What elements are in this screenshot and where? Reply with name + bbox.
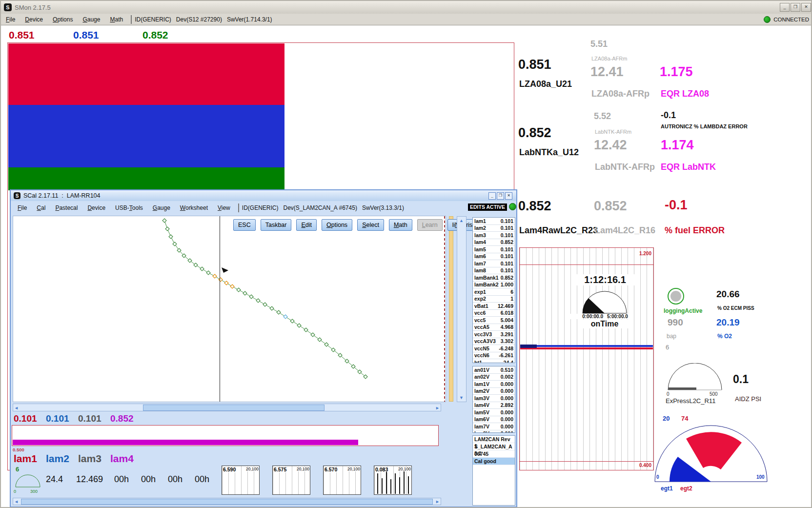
scal-bottom-scrollbar[interactable]: ◄ ► [13,498,441,505]
io-row[interactable]: lam4V2.892 [473,402,515,409]
watch-row[interactable]: exp21 [473,296,515,303]
menu-item-options[interactable]: Options [48,16,78,23]
scal-bottom-scrollbar-thumb[interactable] [21,499,433,505]
device-info-box[interactable]: LAM2CAN Rev 1S_LAM2CAN_A 3.106745Cal goo… [472,435,515,506]
scroll-up-icon[interactable]: ▲ [459,217,464,224]
scal-menu-item-pastecal[interactable]: Pastecal [50,204,82,211]
curve-point[interactable] [173,242,177,246]
curve-point[interactable] [318,338,322,342]
toolbar-button-select[interactable]: Select [357,219,384,231]
curve-point[interactable] [200,267,204,271]
scal-close-button[interactable]: ✕ [505,192,512,200]
watch-row[interactable]: lamBank21.000 [473,282,515,289]
io-row[interactable]: lam6V0.000 [473,416,515,424]
watch-row[interactable]: lam40.852 [473,239,515,246]
watch-row[interactable]: vccA3V33.302 [473,338,515,345]
curve-point[interactable] [165,227,169,231]
io-row[interactable]: lam1V0.000 [473,381,515,388]
scal-menu-item-cal[interactable]: Cal [32,204,50,211]
scal-menu-item-device[interactable]: Device [82,204,110,211]
graph-hscrollbar-thumb[interactable] [143,405,325,411]
menu-item-gauge[interactable]: Gauge [78,16,105,23]
io-row[interactable]: lam3V0.000 [473,395,515,402]
watch-row[interactable]: bt124.4 [473,359,515,363]
io-voltage-list[interactable]: an01V0.510an02V0.002lam1V0.000lam2V0.000… [472,366,515,433]
curve-point[interactable] [277,310,281,314]
watch-row[interactable]: lamBank10.852 [473,274,515,282]
menu-item-device[interactable]: Device [20,16,48,23]
curve-point[interactable] [243,291,247,295]
counter-value: 12.469 [76,474,114,485]
curve-point[interactable] [297,324,301,327]
menu-item-file[interactable]: File [1,16,20,23]
menu-item-math[interactable]: Math [105,16,128,23]
io-row[interactable]: lam5V0.000 [473,409,515,416]
watch-row[interactable]: lam60.101 [473,253,515,261]
io-row[interactable]: lam7V0.000 [473,423,515,430]
curve-point[interactable] [162,219,166,223]
toolbar-button-taskbar[interactable]: Taskbar [261,219,292,231]
watch-row[interactable]: vccN6-6.261 [473,352,515,360]
curve-point[interactable] [256,299,260,303]
info-row[interactable]: LAM2CAN Rev 1 [473,436,515,443]
watch-row[interactable]: vcc3V33.291 [473,331,515,338]
curve-point[interactable] [237,288,241,292]
curve-point[interactable] [224,281,228,285]
curve-point[interactable] [213,274,217,278]
io-row[interactable]: lam8V0.000 [473,430,515,433]
watch-row[interactable]: vcc66.018 [473,310,515,317]
info-row[interactable]: Cal good [473,458,515,465]
curve-point[interactable] [304,328,308,332]
graph-hscrollbar[interactable]: ◄ ► [13,404,441,411]
watch-row[interactable]: lam70.101 [473,260,515,267]
toolbar-button-options[interactable]: Options [322,219,352,231]
scroll-left-icon[interactable]: ◄ [14,498,19,505]
curve-point[interactable] [284,315,287,319]
io-row[interactable]: lam2V0.000 [473,388,515,395]
info-row[interactable]: 06745 [473,450,515,458]
curve-point[interactable] [290,319,294,323]
curve-point[interactable] [230,284,234,288]
watch-row[interactable]: lam50.101 [473,246,515,253]
io-row[interactable]: an01V0.510 [473,366,515,374]
watch-row[interactable]: lam10.101 [473,218,515,225]
curve-point[interactable] [249,295,253,299]
watch-row[interactable]: vccN5-6.248 [473,345,515,352]
io-row[interactable]: an02V0.002 [473,374,515,381]
watch-row[interactable]: lam30.101 [473,232,515,239]
curve-point[interactable] [194,263,198,267]
info-row[interactable]: S_LAM2CAN_A 3.1 [473,443,515,450]
scal-menu-item-usb-tools[interactable]: USB-Tools [110,204,148,211]
scroll-down-icon[interactable]: ▼ [459,394,464,401]
scal-minimize-button[interactable]: _ [488,192,496,200]
curve-point[interactable] [169,235,173,239]
watch-row[interactable]: lam20.101 [473,225,515,232]
scroll-left-icon[interactable]: ◄ [14,405,19,411]
minimize-button[interactable]: _ [780,3,790,12]
mini-gauge [15,473,41,489]
watch-row[interactable]: vccA54.968 [473,324,515,331]
scal-menu-item-worksheet[interactable]: Worksheet [175,204,213,211]
toolbar-button-math[interactable]: Math [389,219,412,231]
toolbar-button-esc[interactable]: ESC [233,219,256,231]
scal-menu-item-gauge[interactable]: Gauge [148,204,175,211]
maximize-button[interactable]: ❐ [791,3,800,12]
toolbar-button-edit[interactable]: Edit [296,219,317,231]
watch-row[interactable]: vcc55.004 [473,317,515,324]
scroll-right-icon[interactable]: ► [435,498,440,505]
curve-point[interactable] [311,333,315,337]
scal-maximize-button[interactable]: ❐ [497,192,504,200]
watch-row[interactable]: exp16 [473,288,515,296]
graph-vscrollbar[interactable]: ▲ ▼ [457,216,467,402]
watch-row[interactable]: vBat112.469 [473,303,515,310]
scal-menu-item-view[interactable]: View [213,204,235,211]
graph-cursor-line[interactable] [220,216,220,402]
curve-point[interactable] [206,271,210,275]
curve-point[interactable] [263,303,267,306]
watch-row[interactable]: lam80.101 [473,267,515,275]
curve-point[interactable] [270,306,274,310]
close-button[interactable]: ✕ [801,3,811,12]
scroll-right-icon[interactable]: ► [435,405,440,411]
watch-list[interactable]: lam10.101lam20.101lam30.101lam40.852lam5… [472,217,515,363]
scal-menu-item-file[interactable]: File [13,204,32,211]
